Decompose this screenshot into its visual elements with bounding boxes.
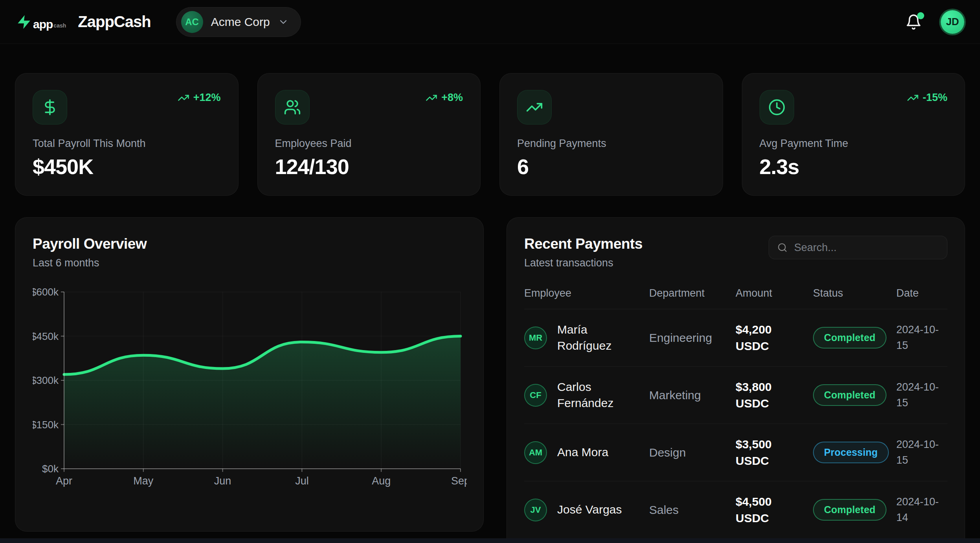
payments-subtitle: Latest transactions bbox=[524, 257, 642, 269]
table-row[interactable]: AM Ana Mora Design $3,500 USDC Processin… bbox=[524, 424, 947, 481]
svg-text:Sep: Sep bbox=[451, 475, 467, 487]
stat-label: Employees Paid bbox=[275, 138, 463, 150]
status-badge: Processing bbox=[813, 442, 889, 463]
svg-text:$600k: $600k bbox=[33, 286, 59, 298]
department-value: Sales bbox=[649, 503, 736, 517]
payroll-overview-card: Payroll Overview Last 6 months $0k$150k$… bbox=[15, 217, 484, 532]
trend-value: +12% bbox=[193, 92, 221, 104]
users-icon bbox=[275, 90, 310, 125]
app-logo: app cash bbox=[16, 14, 66, 30]
trend-badge: -15% bbox=[907, 92, 947, 104]
column-header-department: Department bbox=[649, 287, 736, 299]
payments-table: Employee Department Amount Status Date M… bbox=[524, 287, 947, 539]
bottom-edge-strip bbox=[0, 538, 980, 543]
trending-up-icon bbox=[426, 92, 437, 104]
stats-row: +12% Total Payroll This Month $450K +8% … bbox=[15, 73, 965, 196]
department-value: Design bbox=[649, 446, 736, 459]
employee-avatar: AM bbox=[524, 441, 547, 464]
user-avatar[interactable]: JD bbox=[941, 10, 964, 34]
svg-text:Apr: Apr bbox=[56, 475, 72, 487]
area-chart-svg: $0k$150k$300k$450k$600kAprMayJunJulAugSe… bbox=[33, 285, 467, 489]
employee-avatar: CF bbox=[524, 384, 547, 407]
chart-title: Payroll Overview bbox=[33, 236, 466, 252]
column-header-amount: Amount bbox=[736, 287, 813, 299]
trend-badge: +12% bbox=[178, 92, 221, 104]
search-icon bbox=[777, 242, 787, 253]
amount-value: $4,200 USDC bbox=[736, 321, 813, 354]
payments-title: Recent Payments bbox=[524, 236, 642, 252]
top-header: app cash ZappCash AC Acme Corp JD bbox=[0, 0, 980, 44]
logo-text-sub: cash bbox=[53, 21, 66, 30]
trending-up-icon bbox=[907, 92, 919, 104]
svg-text:Jul: Jul bbox=[295, 475, 309, 487]
svg-text:Jun: Jun bbox=[214, 475, 231, 487]
stat-card-employees-paid: +8% Employees Paid 124/130 bbox=[257, 73, 481, 196]
stat-label: Avg Payment Time bbox=[760, 138, 948, 150]
department-value: Engineering bbox=[649, 331, 736, 345]
amount-value: $3,800 USDC bbox=[736, 379, 813, 412]
chart-subtitle: Last 6 months bbox=[33, 257, 466, 269]
recent-payments-card: Recent Payments Latest transactions Empl… bbox=[507, 217, 965, 543]
main-content: +12% Total Payroll This Month $450K +8% … bbox=[0, 44, 980, 543]
svg-text:May: May bbox=[133, 475, 154, 487]
chevron-down-icon bbox=[278, 17, 289, 28]
column-header-employee: Employee bbox=[524, 287, 649, 299]
page-title: ZappCash bbox=[78, 13, 150, 31]
table-row[interactable]: CF Carlos Fernández Marketing $3,800 USD… bbox=[524, 367, 947, 424]
payroll-area-chart: $0k$150k$300k$450k$600kAprMayJunJulAugSe… bbox=[33, 285, 466, 491]
employee-name: José Vargas bbox=[557, 502, 622, 518]
trend-value: +8% bbox=[441, 92, 463, 104]
zap-icon bbox=[16, 14, 32, 30]
department-value: Marketing bbox=[649, 389, 736, 402]
svg-text:$150k: $150k bbox=[33, 419, 59, 431]
stat-card-pending-payments: Pending Payments 6 bbox=[499, 73, 723, 196]
stat-value: 6 bbox=[517, 154, 705, 179]
svg-text:$300k: $300k bbox=[33, 374, 59, 386]
trend-badge: +8% bbox=[426, 92, 463, 104]
company-name: Acme Corp bbox=[211, 15, 270, 29]
dollar-icon bbox=[33, 90, 67, 125]
amount-value: $4,500 USDC bbox=[736, 493, 813, 526]
search-box bbox=[769, 236, 947, 259]
employee-avatar: MR bbox=[524, 327, 547, 349]
table-row[interactable]: JV José Vargas Sales $4,500 USDC Complet… bbox=[524, 481, 947, 539]
stat-label: Total Payroll This Month bbox=[33, 138, 221, 150]
search-input[interactable] bbox=[769, 236, 947, 259]
logo-text-main: app bbox=[33, 18, 53, 30]
employee-avatar: JV bbox=[524, 499, 547, 521]
date-value: 2024-10-15 bbox=[896, 437, 943, 468]
stat-value: 2.3s bbox=[760, 154, 948, 179]
notifications-button[interactable] bbox=[905, 14, 922, 30]
trending-up-icon bbox=[517, 90, 552, 125]
company-avatar: AC bbox=[181, 11, 203, 33]
column-header-date: Date bbox=[896, 287, 947, 299]
clock-icon bbox=[760, 90, 794, 125]
svg-text:$450k: $450k bbox=[33, 330, 59, 342]
stat-label: Pending Payments bbox=[517, 138, 705, 150]
stat-card-avg-payment-time: -15% Avg Payment Time 2.3s bbox=[742, 73, 965, 196]
stat-value: 124/130 bbox=[275, 154, 463, 179]
trending-up-icon bbox=[178, 92, 189, 104]
trend-value: -15% bbox=[923, 92, 947, 104]
employee-name: María Rodríguez bbox=[557, 322, 636, 354]
employee-name: Carlos Fernández bbox=[557, 379, 636, 411]
stat-card-total-payroll: +12% Total Payroll This Month $450K bbox=[15, 73, 239, 196]
date-value: 2024-10-14 bbox=[896, 494, 943, 525]
amount-value: $3,500 USDC bbox=[736, 436, 813, 469]
status-badge: Completed bbox=[813, 499, 886, 521]
stat-value: $450K bbox=[33, 154, 221, 179]
date-value: 2024-10-15 bbox=[896, 380, 943, 410]
company-selector[interactable]: AC Acme Corp bbox=[176, 7, 301, 37]
notification-dot bbox=[917, 12, 924, 19]
table-row[interactable]: MR María Rodríguez Engineering $4,200 US… bbox=[524, 309, 947, 367]
employee-name: Ana Mora bbox=[557, 444, 608, 460]
status-badge: Completed bbox=[813, 384, 886, 406]
brand: app cash ZappCash bbox=[16, 13, 151, 31]
svg-text:$0k: $0k bbox=[42, 463, 59, 475]
column-header-status: Status bbox=[813, 287, 896, 299]
table-header-row: Employee Department Amount Status Date bbox=[524, 287, 947, 309]
svg-text:Aug: Aug bbox=[372, 475, 391, 487]
date-value: 2024-10-15 bbox=[896, 322, 943, 353]
status-badge: Completed bbox=[813, 327, 886, 349]
header-actions: JD bbox=[905, 10, 964, 34]
